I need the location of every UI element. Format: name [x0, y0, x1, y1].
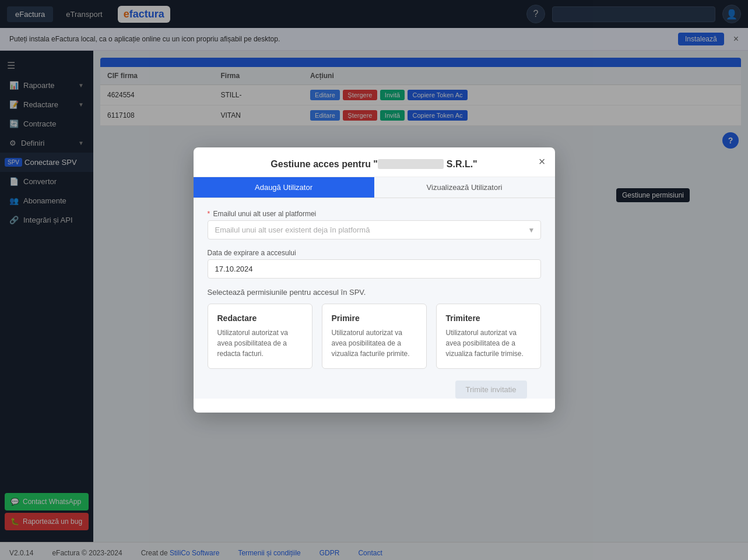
required-star: * [208, 210, 210, 218]
date-input[interactable] [208, 259, 541, 279]
modal-overlay: Gestiune acces pentru "██████████ S.R.L.… [0, 0, 748, 560]
perm-desc-primire: Utilizatorul autorizat va avea posibilit… [332, 327, 417, 359]
permissions-label: Selectează permisiunile pentru accesul î… [208, 288, 541, 297]
permissions-cards: Redactare Utilizatorul autorizat va avea… [208, 304, 541, 369]
date-form-group: Data de expirare a accesului [208, 249, 541, 279]
perm-desc-trimitere: Utilizatorul autorizat va avea posibilit… [446, 327, 531, 359]
perm-title-trimitere: Trimitere [446, 314, 531, 323]
date-label: Data de expirare a accesului [208, 249, 541, 257]
send-invite-button[interactable]: Trimite invitatie [455, 381, 527, 399]
email-form-group: * Emailul unui alt user al platformei Em… [208, 210, 541, 240]
modal-tabs: Adaugă Utilizator Vizualizează Utilizato… [194, 177, 555, 198]
perm-card-trimitere[interactable]: Trimitere Utilizatorul autorizat va avea… [436, 304, 541, 369]
email-select[interactable]: Emailul unui alt user existent deja în p… [208, 220, 541, 240]
modal-body: * Emailul unui alt user al platformei Em… [194, 198, 555, 399]
modal-close-button[interactable]: × [539, 156, 546, 167]
modal: Gestiune acces pentru "██████████ S.R.L.… [194, 147, 555, 413]
modal-header: Gestiune acces pentru "██████████ S.R.L.… [194, 147, 555, 177]
tab-view-users[interactable]: Vizualizează Utilizatori [374, 177, 555, 198]
perm-card-primire[interactable]: Primire Utilizatorul autorizat va avea p… [322, 304, 427, 369]
tab-add-user[interactable]: Adaugă Utilizator [194, 177, 374, 198]
perm-title-redactare: Redactare [217, 314, 303, 323]
perm-title-primire: Primire [332, 314, 417, 323]
perm-card-redactare[interactable]: Redactare Utilizatorul autorizat va avea… [208, 304, 312, 369]
modal-title: Gestiune acces pentru "██████████ S.R.L.… [271, 159, 477, 169]
email-select-wrapper: Emailul unui alt user existent deja în p… [208, 220, 541, 240]
email-label: * Emailul unui alt user al platformei [208, 210, 541, 218]
perm-desc-redactare: Utilizatorul autorizat va avea posibilit… [217, 327, 303, 359]
modal-footer: Trimite invitatie [208, 381, 541, 399]
